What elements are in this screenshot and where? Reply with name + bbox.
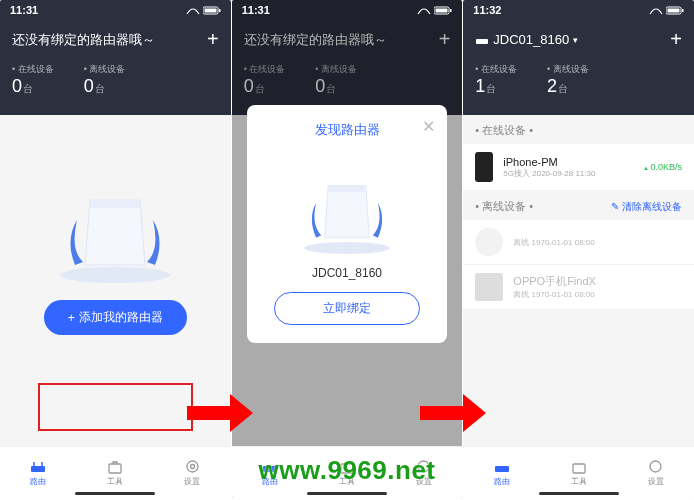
stat-offline: 离线设备 2台 [547, 63, 589, 97]
clear-offline-link[interactable]: ✎ 清除离线设备 [611, 200, 682, 214]
home-indicator [307, 492, 387, 495]
router-tab-icon [493, 459, 511, 475]
screen-3: 11:32 JDC01_8160 ▾ + 在线设备 1台 [463, 0, 694, 498]
router-selector[interactable]: JDC01_8160 ▾ [475, 32, 578, 47]
stat-value: 0 [12, 76, 22, 96]
status-icons [417, 6, 452, 15]
router-name: JDC01_8160 [493, 32, 569, 47]
modal-title: 发现路由器 [261, 121, 434, 139]
header-title-row: 还没有绑定的路由器哦～ + [0, 20, 231, 59]
stats-row: 在线设备 1台 离线设备 2台 [463, 59, 694, 105]
status-time: 11:31 [242, 4, 270, 16]
status-bar: 11:32 [463, 0, 694, 20]
status-bar: 11:31 [232, 0, 463, 20]
svg-rect-9 [436, 8, 448, 12]
plus-icon: + [68, 311, 75, 325]
svg-point-7 [190, 465, 194, 469]
chevron-down-icon: ▾ [573, 35, 578, 45]
tab-tools[interactable]: 工具 [570, 459, 588, 487]
stat-online: 在线设备 0台 [12, 63, 54, 97]
flow-arrow-1 [185, 390, 255, 436]
highlight-box [38, 383, 193, 431]
stat-label: 离线设备 [84, 63, 126, 76]
svg-rect-4 [31, 466, 45, 472]
add-router-button[interactable]: + 添加我的路由器 [44, 300, 187, 335]
router-tab-icon [29, 459, 47, 475]
phone-icon [475, 273, 503, 301]
status-time: 11:31 [10, 4, 38, 16]
svg-point-11 [304, 242, 390, 254]
tab-label: 工具 [107, 476, 123, 487]
online-section-header: • 在线设备 • [463, 115, 694, 144]
svg-rect-20 [573, 464, 585, 473]
device-name: iPhone-PM [503, 156, 633, 168]
svg-rect-17 [682, 9, 684, 12]
status-bar: 11:31 [0, 0, 231, 20]
header: 11:32 JDC01_8160 ▾ + 在线设备 1台 [463, 0, 694, 115]
device-row-online[interactable]: iPhone-PM 5G接入 2020-09-28 11:30 0.0KB/s [463, 144, 694, 191]
tools-tab-icon [106, 459, 124, 475]
add-button[interactable]: + [207, 28, 219, 51]
page-title: 还没有绑定的路由器哦～ [12, 31, 155, 49]
button-label: 添加我的路由器 [79, 309, 163, 326]
device-row-offline[interactable]: OPPO手机FindX 离线 1970-01-01 08:00 [463, 265, 694, 310]
tab-label: 路由 [30, 476, 46, 487]
svg-point-6 [187, 461, 198, 472]
svg-rect-16 [668, 8, 680, 12]
content: + 添加我的路由器 [0, 115, 231, 355]
tab-settings[interactable]: 设置 [183, 459, 201, 487]
unknown-device-icon [475, 228, 503, 256]
tab-router[interactable]: 路由 [493, 459, 511, 487]
stat-online: 在线设备 1台 [475, 63, 517, 97]
tab-router[interactable]: 路由 [29, 459, 47, 487]
status-icons [649, 6, 684, 15]
svg-rect-2 [219, 9, 221, 12]
home-indicator [75, 492, 155, 495]
svg-rect-5 [109, 464, 121, 473]
svg-rect-18 [476, 39, 488, 44]
device-name: OPPO手机FindX [513, 274, 682, 289]
stat-value: 0 [84, 76, 94, 96]
svg-rect-19 [495, 466, 509, 472]
tab-bar: 路由 工具 设置 [463, 446, 694, 498]
status-time: 11:32 [473, 4, 501, 16]
device-row-offline[interactable]: 离线 1970-01-01 08:00 [463, 220, 694, 265]
watermark: www.9969.net [259, 455, 436, 486]
svg-point-3 [60, 267, 170, 283]
header-title-row: JDC01_8160 ▾ + [463, 20, 694, 59]
router-mini-icon [475, 34, 489, 46]
settings-tab-icon [647, 459, 665, 475]
tab-settings[interactable]: 设置 [647, 459, 665, 487]
device-name: JDC01_8160 [261, 266, 434, 280]
header: 11:31 还没有绑定的路由器哦～ + 在线设备 0台 离线设备 0台 [0, 0, 231, 115]
offline-section-header: • 离线设备 • ✎ 清除离线设备 [463, 191, 694, 220]
stat-label: 在线设备 [12, 63, 54, 76]
svg-point-21 [650, 461, 661, 472]
svg-rect-1 [204, 8, 216, 12]
close-icon[interactable]: ✕ [422, 117, 435, 136]
tools-tab-icon [570, 459, 588, 475]
tab-label: 设置 [184, 476, 200, 487]
flow-arrow-2 [418, 390, 488, 436]
device-subtext: 5G接入 2020-09-28 11:30 [503, 168, 633, 179]
router-icon [45, 170, 185, 290]
device-rate: 0.0KB/s [643, 162, 682, 172]
empty-illustration: + 添加我的路由器 [0, 115, 231, 355]
status-icons [186, 6, 221, 15]
device-subtext: 离线 1970-01-01 08:00 [513, 237, 682, 248]
stat-offline: 离线设备 0台 [84, 63, 126, 97]
bind-button[interactable]: 立即绑定 [274, 292, 420, 325]
phone-icon [475, 152, 493, 182]
tab-tools[interactable]: 工具 [106, 459, 124, 487]
add-button[interactable]: + [670, 28, 682, 51]
settings-tab-icon [183, 459, 201, 475]
device-subtext: 离线 1970-01-01 08:00 [513, 289, 682, 300]
stats-row: 在线设备 0台 离线设备 0台 [0, 59, 231, 105]
router-icon [287, 157, 407, 262]
home-indicator [539, 492, 619, 495]
svg-rect-10 [450, 9, 452, 12]
discover-modal: ✕ 发现路由器 JDC01_8160 立即绑定 [247, 105, 448, 343]
tab-bar: 路由 工具 设置 [0, 446, 231, 498]
